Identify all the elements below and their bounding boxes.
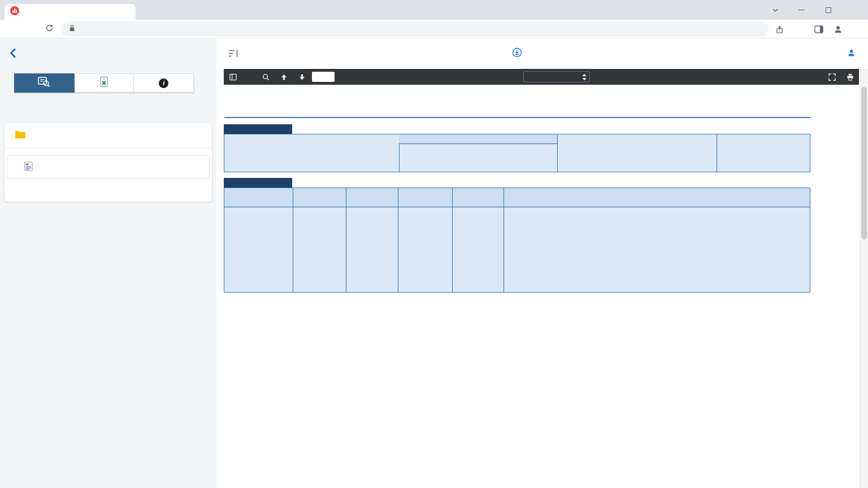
column-header xyxy=(452,188,504,198)
kebab-menu-icon[interactable] xyxy=(851,23,863,36)
pdf-viewer xyxy=(224,69,859,488)
main-area xyxy=(216,38,868,488)
site-favicon-icon xyxy=(10,6,19,18)
column-header xyxy=(506,198,809,207)
report-list-item[interactable] xyxy=(7,155,210,179)
new-tab-button[interactable] xyxy=(142,5,156,19)
back-chevron-icon[interactable] xyxy=(8,47,20,59)
overview-value xyxy=(258,163,323,173)
reload-button[interactable] xyxy=(42,22,57,37)
template-card xyxy=(5,123,212,202)
setpoint-value xyxy=(490,144,532,154)
pdf-toolbar xyxy=(224,69,859,85)
procedure-header-row xyxy=(224,188,810,198)
column-divider xyxy=(557,134,558,172)
overview-section-tab xyxy=(224,124,292,134)
wash-label xyxy=(559,144,602,154)
address-bar xyxy=(0,20,868,38)
report-page xyxy=(224,85,859,488)
setpoint-label xyxy=(404,154,480,163)
browser-tab[interactable] xyxy=(5,4,136,20)
browser-window: i xyxy=(0,0,868,488)
page-down-icon[interactable] xyxy=(297,72,306,81)
scrollbar-thumb[interactable] xyxy=(861,87,867,239)
side-panel-icon[interactable] xyxy=(813,23,825,36)
folder-row[interactable] xyxy=(5,123,212,148)
xlreporter-app: i xyxy=(0,38,868,488)
cip-chart xyxy=(224,300,810,488)
zoom-in-button[interactable] xyxy=(509,69,518,85)
tab-strip xyxy=(0,0,868,20)
column-header xyxy=(452,198,504,207)
close-window-button[interactable] xyxy=(841,0,868,20)
setpoints-header xyxy=(399,134,557,144)
download-excel-icon[interactable] xyxy=(512,47,522,60)
sidebar: i xyxy=(0,38,216,488)
user-icon xyxy=(847,49,856,59)
tab-report-view[interactable] xyxy=(14,73,75,93)
setpoint-label xyxy=(404,144,480,154)
tab-info[interactable]: i xyxy=(134,73,194,93)
procedure-section-tab xyxy=(224,178,292,188)
zoom-level-select[interactable] xyxy=(523,71,590,82)
overview-table xyxy=(224,134,810,172)
find-icon[interactable] xyxy=(261,72,270,81)
bookmark-star-icon[interactable] xyxy=(792,23,805,36)
window-controls xyxy=(762,0,868,20)
header-rule xyxy=(224,117,810,118)
column-header xyxy=(224,198,293,207)
column-header xyxy=(346,198,398,207)
forward-button[interactable] xyxy=(24,22,38,37)
procedure-table xyxy=(224,188,810,293)
secure-lock-icon xyxy=(69,24,75,34)
page-up-icon[interactable] xyxy=(279,72,288,81)
tab-search-chevron-icon[interactable] xyxy=(762,0,788,20)
folder-icon xyxy=(15,130,26,141)
column-header xyxy=(398,188,452,198)
sidebar-header xyxy=(0,38,216,69)
zoom-out-button[interactable] xyxy=(492,69,501,85)
guest-user[interactable] xyxy=(847,38,859,69)
column-header xyxy=(295,198,345,207)
wash-label xyxy=(559,154,602,163)
vertical-scrollbar[interactable] xyxy=(860,69,868,488)
info-icon: i xyxy=(159,79,168,88)
overview-value xyxy=(258,154,323,163)
tab-excel-export[interactable] xyxy=(75,73,134,93)
overview-value xyxy=(258,144,323,154)
url-field[interactable] xyxy=(61,21,769,37)
share-icon[interactable] xyxy=(773,23,785,36)
toggle-outline-icon[interactable] xyxy=(228,72,237,81)
column-header xyxy=(398,198,452,207)
report-search-icon xyxy=(37,76,51,90)
maximize-button[interactable] xyxy=(815,0,841,20)
zoom-spinner-icon xyxy=(582,73,587,84)
document-title-cluster xyxy=(224,38,810,69)
excel-file-icon xyxy=(99,76,109,90)
print-icon[interactable] xyxy=(845,72,854,81)
profile-avatar-icon[interactable] xyxy=(832,23,844,36)
minimize-button[interactable] xyxy=(788,0,815,20)
setpoint-value xyxy=(490,154,532,163)
procedure-header-row xyxy=(224,198,810,207)
main-topbar xyxy=(216,38,868,69)
view-tab-group: i xyxy=(14,73,194,93)
back-button[interactable] xyxy=(6,22,20,37)
column-divider xyxy=(717,134,717,172)
page-number-input[interactable] xyxy=(312,72,335,82)
report-file-icon xyxy=(24,162,33,173)
fit-page-icon[interactable] xyxy=(827,72,836,81)
